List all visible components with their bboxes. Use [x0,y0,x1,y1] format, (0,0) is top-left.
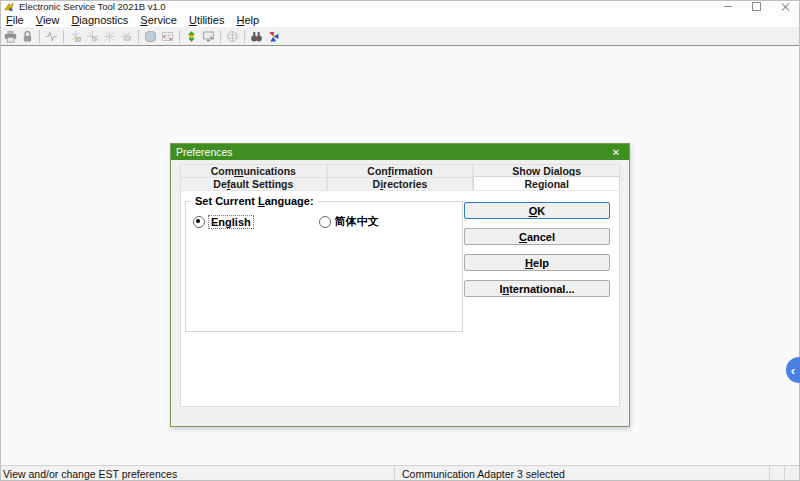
maximize-button[interactable] [742,0,771,13]
dialog-title: Preferences [176,146,233,158]
radio-english-label: English [209,216,253,228]
waveform-icon [45,30,58,43]
close-button[interactable] [771,0,800,13]
radio-chinese-label: 简体中文 [335,214,379,229]
international-button[interactable]: International... [464,280,610,297]
disk-stack-button[interactable] [142,29,159,44]
dialog-close-icon: ✕ [612,147,620,158]
gauge-probe-icon [86,30,99,43]
preferences-tabstrip: Communications Confirmation Show Dialogs… [180,164,620,190]
connect-button[interactable] [183,29,200,44]
tab-confirmation[interactable]: Confirmation [327,164,474,177]
toolbar [0,27,800,46]
titlebar: Electronic Service Tool 2021B v1.0 [0,0,800,13]
chevron-left-icon: ‹ [791,363,795,378]
radio-selected-icon [193,216,205,228]
flag-button[interactable] [265,29,282,44]
tab-regional[interactable]: Regional [473,176,620,190]
tab-default-settings[interactable]: Default Settings [180,177,327,190]
tab-communications[interactable]: Communications [180,164,327,177]
minimize-icon [724,6,732,7]
status-panel-stub [770,466,785,481]
disk-stack-icon [144,30,157,43]
menu-help[interactable]: Help [230,13,265,27]
binoculars-icon [250,30,263,43]
data-grid-button[interactable] [159,29,176,44]
dialog-button-column: OK Cancel Help International... [464,202,610,297]
status-hint-text: View and/or change EST preferences [0,466,395,481]
toolbar-separator [220,30,221,43]
radio-unselected-icon [319,216,331,228]
search-button[interactable] [248,29,265,44]
data-grid-icon [161,30,174,43]
minimize-button[interactable] [713,0,742,13]
menu-utilities[interactable]: Utilities [183,13,230,27]
gauge-edit-button[interactable] [67,29,84,44]
ok-button[interactable]: OK [464,202,610,219]
app-icon [4,2,14,12]
toolbar-separator [138,30,139,43]
spark-button[interactable] [101,29,118,44]
dialog-close-button[interactable]: ✕ [608,147,624,158]
menubar: File View Diagnostics Service Utilities … [0,13,800,28]
spark-view-icon [120,30,133,43]
dialog-titlebar: Preferences ✕ [171,144,629,160]
lock-button[interactable] [19,29,36,44]
toolbar-separator [244,30,245,43]
menu-service[interactable]: Service [134,13,183,27]
connect-icon [185,30,198,43]
status-panel-stub [785,466,800,481]
status-adapter-text: Communication Adapter 3 selected [395,466,770,481]
gauge-edit-icon [69,30,82,43]
spark-icon [103,30,116,43]
globe-icon [226,30,239,43]
monitor-remote-icon [202,30,215,43]
window-title: Electronic Service Tool 2021B v1.0 [19,1,166,12]
language-groupbox: Set Current Language: English 简体中文 [185,201,463,332]
lock-icon [21,30,34,43]
radio-simplified-chinese[interactable]: 简体中文 [319,214,379,229]
menu-diagnostics[interactable]: Diagnostics [65,13,134,27]
regional-tab-page: Set Current Language: English 简体中文 OK Ca… [180,190,620,407]
tab-directories[interactable]: Directories [327,177,474,190]
statusbar: View and/or change EST preferences Commu… [0,465,800,481]
monitor-remote-button[interactable] [200,29,217,44]
preferences-dialog: Preferences ✕ Communications Confirmatio… [170,143,630,427]
toolbar-separator [39,30,40,43]
help-button[interactable]: Help [464,254,610,271]
toolbar-separator [63,30,64,43]
gauge-probe-button[interactable] [84,29,101,44]
flag-icon [267,30,280,43]
toolbar-separator [179,30,180,43]
cancel-button[interactable]: Cancel [464,228,610,245]
menu-file[interactable]: File [0,13,30,27]
waveform-button[interactable] [43,29,60,44]
workspace: Preferences ✕ Communications Confirmatio… [0,46,800,466]
radio-english[interactable]: English [193,216,253,228]
menu-view[interactable]: View [30,13,66,27]
print-button[interactable] [2,29,19,44]
printer-icon [4,30,17,43]
close-icon [782,3,790,11]
language-group-label: Set Current Language: [191,195,318,207]
spark-view-button[interactable] [118,29,135,44]
maximize-icon [752,2,761,11]
globe-button[interactable] [224,29,241,44]
